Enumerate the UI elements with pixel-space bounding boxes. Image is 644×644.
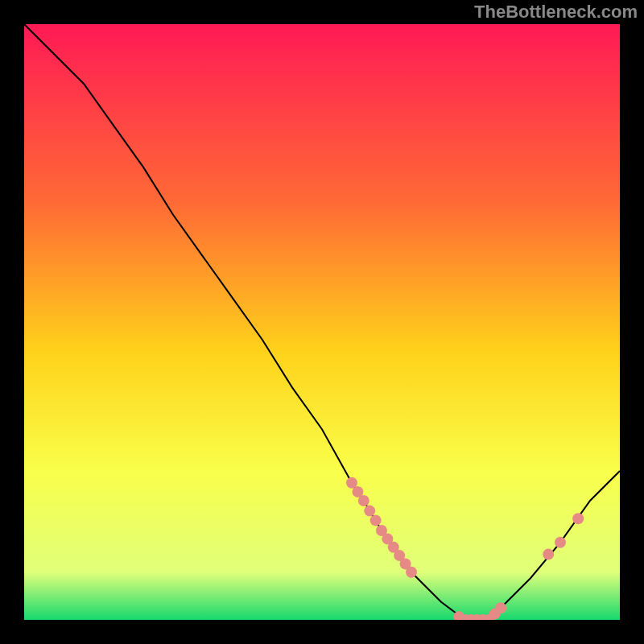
data-point — [364, 506, 375, 517]
data-point — [572, 513, 584, 524]
data-point — [555, 537, 566, 548]
watermark-text: TheBottleneck.com — [474, 2, 638, 23]
data-point — [358, 495, 369, 506]
data-point — [406, 567, 417, 578]
data-point — [543, 549, 554, 560]
data-point — [370, 514, 382, 526]
chart-svg — [24, 24, 620, 620]
data-point — [495, 602, 506, 613]
plot-area — [24, 24, 620, 620]
gradient-background — [24, 24, 620, 620]
